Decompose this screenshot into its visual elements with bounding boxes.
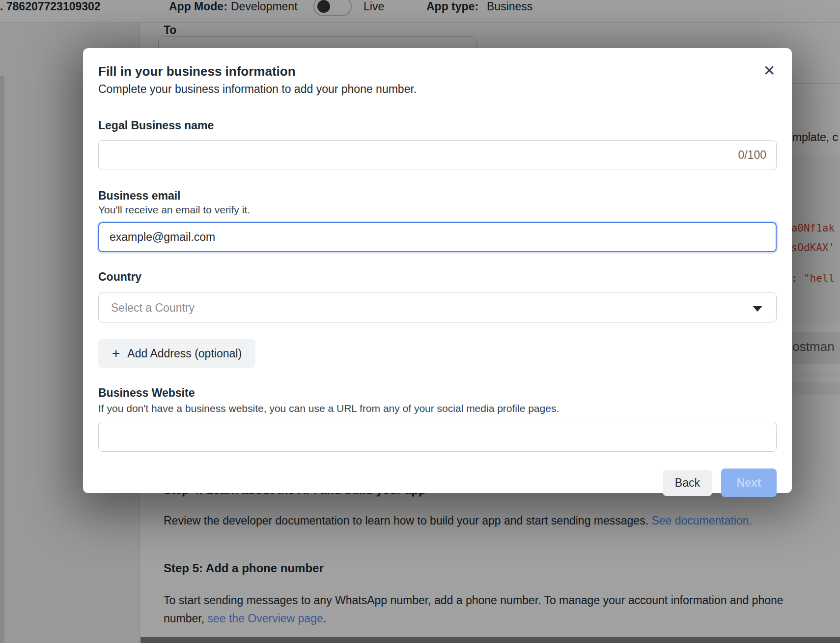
next-button[interactable]: Next <box>721 468 777 497</box>
back-button[interactable]: Back <box>663 470 712 496</box>
screen: . 786207723109302 App Mode: Development … <box>0 0 840 643</box>
legal-business-name-input[interactable] <box>98 140 777 170</box>
modal-footer: Back Next <box>98 468 777 497</box>
add-address-label: Add Address (optional) <box>127 347 242 360</box>
business-website-input[interactable] <box>98 422 777 452</box>
business-email-label: Business email <box>98 188 777 203</box>
plus-icon: + <box>112 347 120 360</box>
legal-business-name-label: Legal Business name <box>98 118 777 133</box>
business-website-helper: If you don't have a business website, yo… <box>98 402 777 415</box>
close-icon: ✕ <box>763 62 775 79</box>
business-website-label: Business Website <box>98 385 777 400</box>
business-email-input[interactable] <box>98 222 777 252</box>
add-address-button[interactable]: + Add Address (optional) <box>98 339 255 368</box>
business-info-modal: ✕ Fill in your business information Comp… <box>83 48 792 493</box>
chevron-down-icon <box>753 306 762 312</box>
business-email-helper: You'll receive an email to verify it. <box>98 203 777 217</box>
country-placeholder: Select a Country <box>111 293 195 323</box>
close-button[interactable]: ✕ <box>758 60 780 82</box>
modal-subtitle: Complete your business information to ad… <box>98 82 777 96</box>
modal-title: Fill in your business information <box>98 63 777 80</box>
country-select[interactable]: Select a Country <box>98 292 777 322</box>
country-label: Country <box>98 269 777 284</box>
char-counter: 0/100 <box>738 140 766 170</box>
